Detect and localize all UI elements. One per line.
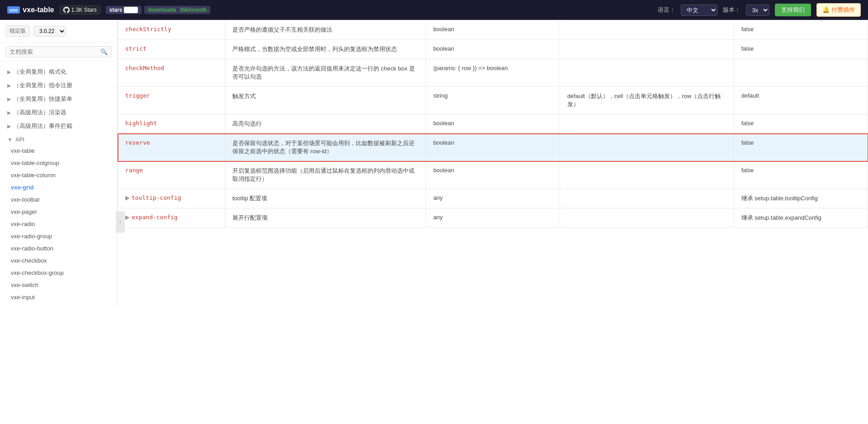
table-cell-desc: 高亮勾选行 — [225, 114, 426, 134]
nav-group-format-label: （全局复用）格式化 — [14, 68, 66, 76]
nav-right: 语言： 中文 English 版本： 3x 2x 支持我们 🔔 付费插件 — [658, 3, 861, 17]
table-cell-options — [560, 114, 734, 134]
table-cell-default: false — [734, 40, 868, 59]
github-icon — [63, 7, 70, 13]
table-cell-type: any — [426, 189, 560, 208]
table-cell-default: false — [734, 20, 868, 40]
table-cell-prop: highlight — [118, 114, 225, 134]
table-cell-prop: ▶expand-config — [118, 208, 225, 228]
sidebar-item-vxe-grid[interactable]: vxe-grid — [0, 181, 117, 193]
version-label: 版本： — [723, 6, 741, 14]
table-cell-options: default（默认），cell（点击单元格触发），row（点击行触发） — [560, 87, 734, 114]
table-cell-type: (params: { row }) => boolean — [426, 59, 560, 87]
expand-arrow[interactable]: ▶ — [125, 214, 130, 221]
nav-group-directive-label: （全局复用）指令注册 — [14, 81, 72, 90]
version-number-select[interactable]: 3.0.22 — [33, 26, 66, 37]
github-stars-label: 1.3K Stars — [71, 7, 97, 13]
table-cell-type: boolean — [426, 40, 560, 59]
api-section-label: API — [15, 137, 24, 143]
nav-group-intercept[interactable]: ▶ （高级用法）事件拦截 — [0, 119, 117, 133]
sidebar-item-vxe-radio[interactable]: vxe-radio — [0, 218, 117, 230]
table-cell-default: 继承 setup.table.expandConfig — [734, 208, 868, 228]
sidebar: 稳定版 3.0.22 🔍 ▶ （全局复用）格式化 ▶ （ — [0, 20, 118, 307]
top-nav: vxe vxe-table 1.3K Stars stars 2.9k down… — [0, 0, 868, 20]
nav-group-renderer-label: （高级用法）渲染器 — [14, 108, 66, 117]
plugin-button[interactable]: 🔔 付费插件 — [816, 3, 861, 17]
sidebar-collapse-handle[interactable]: ‹ — [116, 211, 125, 233]
sidebar-item-vxe-checkbox-group[interactable]: vxe-checkbox-group — [0, 267, 117, 279]
stars-label: stars — [109, 7, 123, 13]
lang-label: 语言： — [658, 6, 675, 14]
table-cell-options — [560, 40, 734, 59]
table-cell-prop: ▶tooltip-config — [118, 189, 225, 208]
sidebar-top: 稳定版 3.0.22 — [0, 20, 117, 42]
table-cell-default: false — [734, 134, 868, 161]
api-section[interactable]: ▼ API — [0, 133, 117, 145]
nav-badges: stars 2.9k downloads 35k/month — [106, 6, 210, 14]
nav-group-intercept-label: （高级用法）事件拦截 — [14, 122, 72, 130]
sidebar-item-vxe-radio-group[interactable]: vxe-radio-group — [0, 230, 117, 242]
content-area: checkStrictly是否严格的遵循父子不互相关联的做法booleanfal… — [118, 20, 868, 424]
arrow-icon-renderer: ▶ — [7, 110, 11, 116]
sidebar-item-vxe-toolbar[interactable]: vxe-toolbar — [0, 193, 117, 206]
nav-group-directive[interactable]: ▶ （全局复用）指令注册 — [0, 79, 117, 92]
arrow-icon-menu: ▶ — [7, 96, 11, 102]
api-collapse-icon: ▼ — [7, 137, 13, 143]
table-cell-prop: trigger — [118, 87, 225, 114]
downloads-count: 35k/month — [179, 7, 207, 13]
sidebar-item-vxe-checkbox[interactable]: vxe-checkbox — [0, 254, 117, 267]
table-cell-desc: 触发方式 — [225, 87, 426, 114]
logo-icon: vxe — [7, 6, 20, 14]
nav-group-menu-label: （全局复用）快捷菜单 — [14, 95, 72, 103]
table-cell-default — [734, 59, 868, 87]
search-input-wrap: 🔍 — [5, 46, 112, 57]
lang-select[interactable]: 中文 English — [681, 5, 717, 16]
table-cell-default: false — [734, 161, 868, 189]
nav-group-format[interactable]: ▶ （全局复用）格式化 — [0, 65, 117, 79]
arrow-icon-directive: ▶ — [7, 83, 11, 89]
sidebar-item-vxe-input[interactable]: vxe-input — [0, 291, 117, 303]
table-cell-type: boolean — [426, 134, 560, 161]
version-stable-label: 稳定版 — [5, 25, 30, 37]
nav-group-menu[interactable]: ▶ （全局复用）快捷菜单 — [0, 92, 117, 106]
version-select[interactable]: 3x 2x — [746, 5, 769, 16]
table-cell-desc: 展开行配置项 — [225, 208, 426, 228]
sidebar-item-vxe-switch[interactable]: vxe-switch — [0, 279, 117, 291]
table-cell-desc: 严格模式，当数据为空或全部禁用时，列头的复选框为禁用状态 — [225, 40, 426, 59]
table-cell-default: default — [734, 87, 868, 114]
stars-badge: stars 2.9k — [106, 6, 142, 14]
table-cell-type: boolean — [426, 161, 560, 189]
table-cell-prop: checkMethod — [118, 59, 225, 87]
support-button[interactable]: 支持我们 — [775, 4, 811, 16]
table-cell-desc: 是否允许勾选的方法，该方法的返回值用来决定这一行的 check box 是否可以… — [225, 59, 426, 87]
arrow-icon-intercept: ▶ — [7, 123, 11, 129]
expand-arrow[interactable]: ▶ — [125, 194, 130, 201]
sidebar-nav: ▶ （全局复用）格式化 ▶ （全局复用）指令注册 ▶ （全局复用）快捷菜单 ▶ … — [0, 61, 117, 307]
table-cell-type: boolean — [426, 114, 560, 134]
table-cell-prop: reserve — [118, 134, 225, 161]
table-cell-options — [560, 161, 734, 189]
table-cell-type: string — [426, 87, 560, 114]
sidebar-search: 🔍 — [0, 42, 117, 61]
table-cell-desc: 是否保留勾选状态，对于某些场景可能会用到，比如数据被刷新之后还保留之前选中的状态… — [225, 134, 426, 161]
github-badge[interactable]: 1.3K Stars — [60, 5, 100, 14]
sidebar-item-vxe-table[interactable]: vxe-table — [0, 145, 117, 157]
table-cell-type: boolean — [426, 20, 560, 40]
stars-count: 2.9k — [124, 7, 138, 13]
nav-group-renderer[interactable]: ▶ （高级用法）渲染器 — [0, 106, 117, 119]
sidebar-item-vxe-radio-button[interactable]: vxe-radio-button — [0, 242, 117, 254]
sidebar-item-vxe-table-column[interactable]: vxe-table-column — [0, 169, 117, 181]
table-cell-options — [560, 59, 734, 87]
logo-text: vxe-table — [23, 6, 54, 14]
main-layout: 稳定版 3.0.22 🔍 ▶ （全局复用）格式化 ▶ （ — [0, 20, 868, 424]
table-cell-default: false — [734, 114, 868, 134]
search-input[interactable] — [9, 48, 100, 55]
logo-area: vxe vxe-table — [7, 6, 54, 14]
downloads-badge: downloads 35k/month — [144, 6, 210, 14]
table-cell-type: any — [426, 208, 560, 228]
table-cell-prop: strict — [118, 40, 225, 59]
table-cell-desc: tooltip 配置项 — [225, 189, 426, 208]
sidebar-item-vxe-pager[interactable]: vxe-pager — [0, 206, 117, 218]
table-cell-default: 继承 setup.table.tooltipConfig — [734, 189, 868, 208]
sidebar-item-vxe-table-colgroup[interactable]: vxe-table-colgroup — [0, 157, 117, 169]
